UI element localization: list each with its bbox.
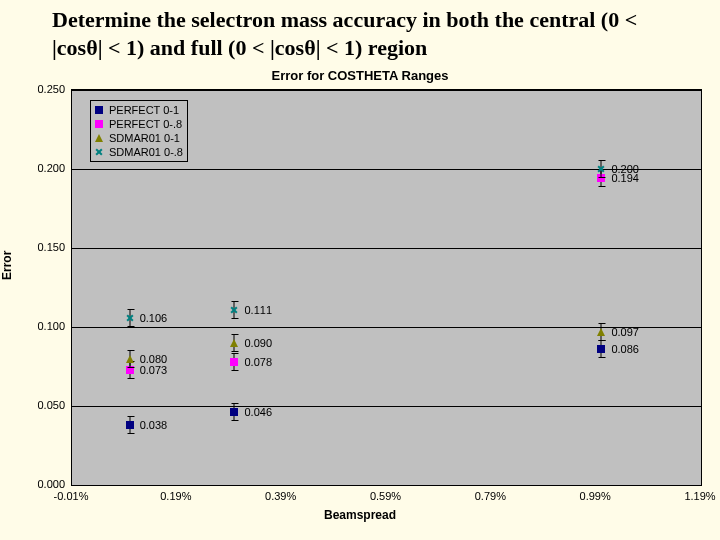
data-point — [230, 408, 238, 416]
legend: PERFECT 0-1PERFECT 0-.8SDMAR01 0-1SDMAR0… — [90, 100, 188, 162]
x-tick: 0.99% — [580, 490, 611, 502]
sq-pink-icon — [95, 120, 103, 128]
data-point — [126, 355, 134, 363]
triangle-icon — [230, 339, 238, 347]
x-tick: 0.79% — [475, 490, 506, 502]
sq-navy-icon — [95, 106, 103, 114]
y-tick: 0.050 — [25, 399, 65, 411]
data-label: 0.090 — [244, 337, 272, 349]
square-icon — [230, 358, 238, 366]
x-tick: 1.19% — [684, 490, 715, 502]
data-point — [230, 358, 238, 366]
gridline — [72, 485, 701, 486]
data-label: 0.097 — [611, 326, 639, 338]
data-point — [597, 328, 605, 336]
x-tick: 0.19% — [160, 490, 191, 502]
triangle-icon — [597, 328, 605, 336]
y-tick: 0.150 — [25, 241, 65, 253]
triangle-icon — [126, 355, 134, 363]
legend-label: SDMAR01 0-.8 — [109, 146, 183, 158]
page-title: Determine the selectron mass accuracy in… — [52, 6, 688, 61]
data-label: 0.046 — [244, 406, 272, 418]
x-tick: 0.59% — [370, 490, 401, 502]
square-icon — [230, 408, 238, 416]
legend-item: SDMAR01 0-1 — [95, 131, 183, 145]
x-icon — [230, 306, 238, 314]
gridline — [72, 327, 701, 328]
y-tick: 0.200 — [25, 162, 65, 174]
x-teal-icon — [95, 148, 103, 156]
data-point — [126, 421, 134, 429]
x-tick: 0.39% — [265, 490, 296, 502]
data-label: 0.200 — [611, 163, 639, 175]
x-icon — [597, 165, 605, 173]
gridline — [72, 248, 701, 249]
data-label: 0.086 — [611, 343, 639, 355]
y-tick: 0.250 — [25, 83, 65, 95]
data-label: 0.038 — [140, 419, 168, 431]
data-point — [230, 306, 238, 314]
data-label: 0.073 — [140, 364, 168, 376]
legend-label: PERFECT 0-1 — [109, 104, 179, 116]
gridline — [72, 90, 701, 91]
data-point — [597, 165, 605, 173]
data-point — [597, 345, 605, 353]
gridline — [72, 169, 701, 170]
legend-label: SDMAR01 0-1 — [109, 132, 180, 144]
y-tick: 0.000 — [25, 478, 65, 490]
tri-oliv-icon — [95, 134, 103, 142]
y-tick: 0.100 — [25, 320, 65, 332]
data-label: 0.078 — [244, 356, 272, 368]
data-point — [230, 339, 238, 347]
data-label: 0.106 — [140, 312, 168, 324]
data-label: 0.111 — [244, 304, 272, 316]
square-icon — [597, 345, 605, 353]
legend-item: SDMAR01 0-.8 — [95, 145, 183, 159]
chart-title: Error for COSTHETA Ranges — [0, 68, 720, 83]
legend-item: PERFECT 0-1 — [95, 103, 183, 117]
legend-label: PERFECT 0-.8 — [109, 118, 182, 130]
data-point — [126, 314, 134, 322]
legend-item: PERFECT 0-.8 — [95, 117, 183, 131]
gridline — [72, 406, 701, 407]
x-axis-label: Beamspread — [0, 508, 720, 522]
y-axis-label: Error — [0, 251, 14, 280]
x-icon — [126, 314, 134, 322]
x-tick: -0.01% — [54, 490, 89, 502]
square-icon — [126, 421, 134, 429]
data-label: 0.080 — [140, 353, 168, 365]
